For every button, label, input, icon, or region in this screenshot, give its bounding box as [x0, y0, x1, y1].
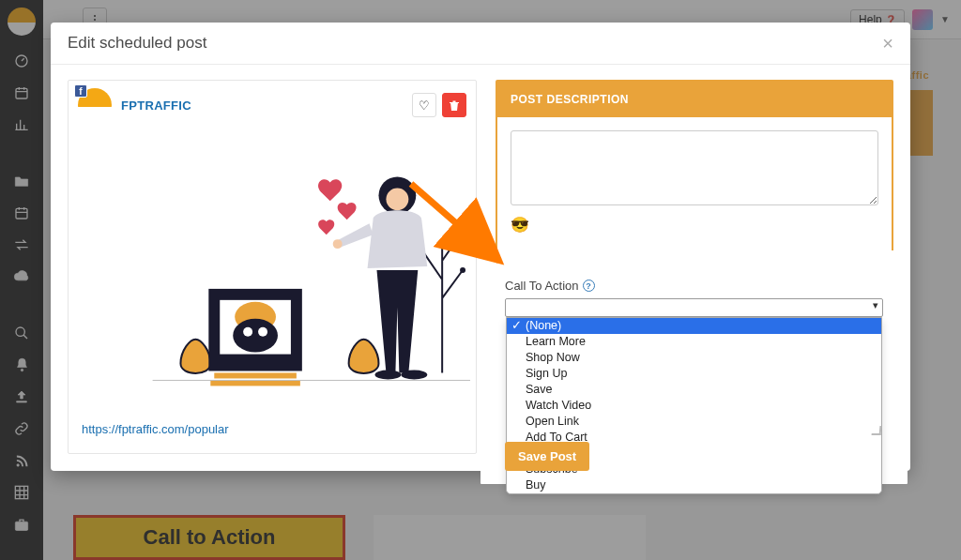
user-avatar[interactable]: [912, 9, 933, 30]
spotlight-region: Call To Action ? (None)Learn MoreShop No…: [480, 250, 908, 484]
cta-option[interactable]: Shop Now: [507, 350, 881, 366]
svg-rect-17: [214, 372, 297, 378]
svg-point-3: [16, 327, 24, 336]
schedule-icon[interactable]: [0, 77, 43, 109]
cta-label: Call To Action ?: [505, 279, 883, 293]
svg-point-22: [374, 371, 401, 380]
user-menu-caret[interactable]: ▼: [940, 14, 950, 24]
delete-button[interactable]: [442, 93, 466, 117]
svg-rect-2: [16, 208, 27, 219]
link-icon[interactable]: [0, 413, 43, 445]
emoji-picker-button[interactable]: 😎: [511, 216, 878, 234]
post-preview-card: f FPTRAFFIC ♡: [68, 80, 477, 454]
sidebar: [0, 0, 43, 560]
analytics-icon[interactable]: [0, 109, 43, 141]
grid-icon[interactable]: [0, 477, 43, 508]
favorite-button[interactable]: ♡: [412, 93, 436, 117]
folder-icon[interactable]: [0, 165, 43, 197]
cta-option[interactable]: Sign Up: [507, 366, 881, 382]
search-icon[interactable]: [0, 317, 43, 349]
cta-option[interactable]: Buy: [507, 477, 881, 493]
rss-icon[interactable]: [0, 445, 43, 477]
upload-icon[interactable]: [0, 381, 43, 413]
transfer-icon[interactable]: [0, 229, 43, 261]
app-logo: [8, 8, 36, 36]
cta-option[interactable]: Learn More: [507, 334, 881, 350]
svg-point-23: [401, 371, 427, 380]
bg-thumb: [374, 515, 646, 560]
svg-point-4: [21, 369, 23, 371]
svg-rect-7: [15, 522, 27, 530]
page-avatar: f: [78, 88, 112, 122]
preview-link[interactable]: https://fptraffic.com/popular: [69, 409, 476, 453]
cloud-icon[interactable]: [0, 261, 43, 293]
svg-point-8: [461, 268, 465, 272]
svg-point-20: [386, 188, 408, 210]
description-input[interactable]: [511, 130, 878, 205]
modal-title: Edit scheduled post: [68, 34, 206, 53]
save-post-button[interactable]: Save Post: [505, 442, 589, 471]
resize-handle-icon: [872, 426, 882, 435]
page-name[interactable]: FPTRAFFIC: [121, 98, 191, 113]
close-icon[interactable]: ×: [882, 34, 893, 53]
cta-option[interactable]: (None): [507, 318, 881, 334]
svg-point-5: [16, 463, 19, 466]
form-title: POST DESCRIPTION: [497, 82, 892, 117]
svg-rect-18: [210, 380, 300, 386]
svg-point-10: [457, 235, 461, 238]
svg-point-21: [333, 239, 343, 249]
post-illustration: [69, 129, 476, 409]
cta-option[interactable]: Open Link: [507, 414, 881, 430]
svg-point-16: [258, 327, 267, 337]
bell-icon[interactable]: [0, 349, 43, 381]
svg-point-15: [243, 327, 252, 337]
cta-select[interactable]: (None)Learn MoreShop NowSign UpSaveWatch…: [505, 298, 883, 317]
help-icon[interactable]: ?: [583, 280, 595, 292]
briefcase-icon[interactable]: [0, 508, 43, 540]
facebook-icon: f: [74, 84, 87, 98]
dashboard-icon[interactable]: [0, 45, 43, 77]
svg-rect-6: [15, 486, 27, 498]
bg-cta-preview: Call to Action: [73, 515, 345, 560]
cta-option[interactable]: Save: [507, 382, 881, 398]
calendar-icon[interactable]: [0, 197, 43, 229]
svg-rect-1: [16, 88, 27, 98]
cta-option[interactable]: Watch Video: [507, 398, 881, 414]
svg-point-14: [233, 319, 278, 353]
